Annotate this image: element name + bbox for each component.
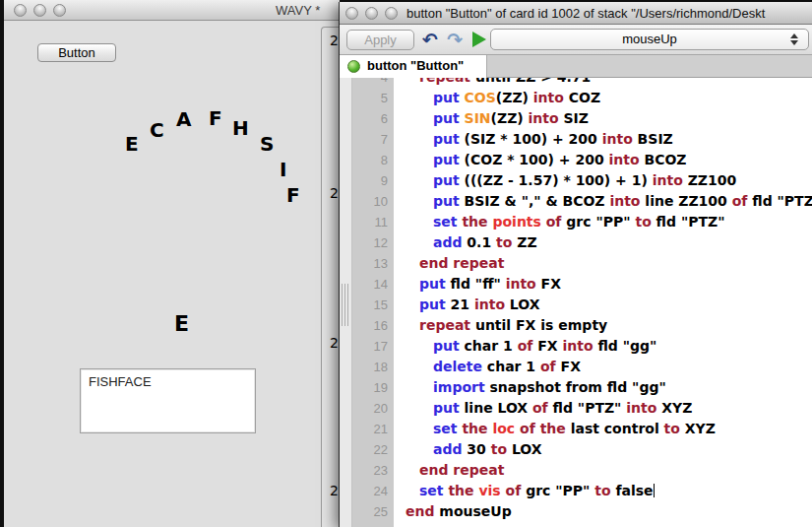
- code-text[interactable]: add 0.1 to ZZ: [394, 232, 812, 253]
- line-number: 10: [352, 191, 394, 212]
- code-line[interactable]: 14put fld "ff" into FX: [352, 274, 812, 295]
- run-icon[interactable]: [472, 32, 486, 47]
- window-title: button "Button" of card id 1002 of stack…: [406, 6, 812, 21]
- points-field-line: 2: [330, 33, 339, 48]
- code-line[interactable]: 15put 21 into LOX: [352, 295, 812, 315]
- wavy-titlebar[interactable]: WAVY *: [4, 0, 340, 21]
- code-line[interactable]: 8put (COZ * 100) + 200 into BCOZ: [352, 150, 812, 170]
- code-line[interactable]: 18delete char 1 of FX: [352, 357, 812, 377]
- code-text[interactable]: put (COZ * 100) + 200 into BCOZ: [394, 150, 812, 170]
- line-number: 8: [352, 150, 394, 170]
- stack-button[interactable]: Button: [37, 43, 116, 62]
- zoom-icon[interactable]: [53, 4, 66, 17]
- code-line[interactable]: 17put char 1 of FX into fld "gg": [352, 336, 812, 357]
- code-line[interactable]: 6put SIN(ZZ) into SIZ: [352, 108, 812, 129]
- letter-snapshot[interactable]: A: [176, 109, 191, 129]
- minimize-icon[interactable]: [33, 4, 46, 17]
- code-line[interactable]: 20put line LOX of fld "PTZ" into XYZ: [352, 398, 812, 419]
- code-text[interactable]: repeat until FX is empty: [394, 315, 812, 336]
- moving-letter-snapshot[interactable]: E: [174, 313, 189, 335]
- script-editor-window: button "Button" of card id 1002 of stack…: [340, 2, 812, 527]
- wavy-stack-window: WAVY * Button ECAFHSIF E FISHFACE 2222: [4, 0, 340, 527]
- letter-snapshot[interactable]: C: [150, 120, 164, 140]
- line-number: 22: [352, 439, 394, 460]
- apply-button[interactable]: Apply: [346, 30, 414, 50]
- code-text[interactable]: repeat until ZZ > 4.71: [394, 78, 812, 88]
- letter-snapshot[interactable]: F: [209, 108, 222, 128]
- line-number: 14: [352, 274, 394, 295]
- code-text[interactable]: set the loc of the last control to XYZ: [394, 419, 812, 439]
- handler-selector-dropdown[interactable]: mouseUp: [490, 29, 809, 50]
- code-text[interactable]: put (SIZ * 100) + 200 into BSIZ: [394, 129, 812, 150]
- code-line[interactable]: 10put BSIZ & "," & BCOZ into line ZZ100 …: [352, 191, 812, 212]
- stepper-icon: [790, 33, 798, 45]
- close-icon[interactable]: [345, 7, 358, 20]
- code-line[interactable]: 22add 30 to LOX: [352, 439, 812, 460]
- code-line[interactable]: 21set the loc of the last control to XYZ: [352, 419, 812, 439]
- code-text[interactable]: delete char 1 of FX: [394, 357, 812, 377]
- code-text[interactable]: put (((ZZ - 1.57) * 100) + 1) into ZZ100: [394, 170, 812, 191]
- tab-button-Button[interactable]: button "Button": [340, 55, 487, 78]
- code-text[interactable]: import snapshot from fld "gg": [394, 377, 812, 398]
- undo-icon[interactable]: ↶: [422, 27, 438, 52]
- code-text[interactable]: add 30 to LOX: [394, 439, 812, 460]
- line-number: 12: [352, 232, 394, 253]
- line-number: 20: [352, 398, 394, 419]
- line-number: 17: [352, 336, 394, 357]
- code-line[interactable]: 9put (((ZZ - 1.57) * 100) + 1) into ZZ10…: [352, 170, 812, 191]
- code-text[interactable]: set the vis of grc "PP" to false: [394, 481, 812, 501]
- code-text[interactable]: put BSIZ & "," & BCOZ into line ZZ100 of…: [394, 191, 812, 212]
- script-editor-titlebar[interactable]: button "Button" of card id 1002 of stack…: [340, 2, 812, 25]
- letter-snapshot[interactable]: H: [232, 118, 249, 138]
- letter-snapshot[interactable]: F: [286, 185, 300, 205]
- code-text[interactable]: put SIN(ZZ) into SIZ: [394, 108, 812, 129]
- code-line[interactable]: 24set the vis of grc "PP" to false: [352, 481, 812, 501]
- code-text[interactable]: put char 1 of FX into fld "gg": [394, 336, 812, 357]
- letter-snapshot[interactable]: E: [125, 134, 139, 154]
- code-line-filler: [352, 522, 812, 527]
- handler-selector-value: mouseUp: [622, 32, 677, 46]
- script-tab-bar: button "Button": [340, 55, 812, 78]
- points-field-line: 2: [330, 484, 339, 498]
- code-line[interactable]: 4repeat until ZZ > 4.71: [352, 78, 812, 88]
- code-line[interactable]: 11set the points of grc "PP" to fld "PTZ…: [352, 212, 812, 232]
- code-text[interactable]: end mouseUp: [394, 501, 812, 522]
- code-line[interactable]: 19import snapshot from fld "gg": [352, 377, 812, 398]
- close-icon[interactable]: [14, 4, 27, 17]
- line-number: 11: [352, 212, 394, 232]
- redo-icon[interactable]: ↷: [447, 27, 463, 52]
- code-text[interactable]: put line LOX of fld "PTZ" into XYZ: [394, 398, 812, 419]
- code-line[interactable]: 23end repeat: [352, 460, 812, 481]
- ptz-points-field[interactable]: 2222: [321, 27, 340, 527]
- code-line[interactable]: 12add 0.1 to ZZ: [352, 232, 812, 253]
- ff-text-field[interactable]: FISHFACE: [80, 368, 256, 433]
- code-text[interactable]: end repeat: [394, 253, 812, 274]
- line-number: 21: [352, 419, 394, 439]
- zoom-icon[interactable]: [385, 7, 398, 20]
- code-line[interactable]: 5put COS(ZZ) into COZ: [352, 88, 812, 108]
- line-number: 6: [352, 108, 394, 129]
- line-number: 18: [352, 357, 394, 377]
- script-editor-toolbar: Apply ↶ ↷ mouseUp: [340, 25, 812, 55]
- code-text[interactable]: put 21 into LOX: [394, 295, 812, 315]
- code-text[interactable]: put fld "ff" into FX: [394, 274, 812, 295]
- sidebar-grip-handle[interactable]: [342, 284, 350, 326]
- letter-snapshot[interactable]: I: [280, 160, 286, 179]
- minimize-icon[interactable]: [365, 7, 378, 20]
- code-text[interactable]: put COS(ZZ) into COZ: [394, 88, 812, 108]
- line-number: 19: [352, 377, 394, 398]
- line-number: 9: [352, 170, 394, 191]
- script-code-area[interactable]: 4repeat until ZZ > 4.715put COS(ZZ) into…: [340, 78, 812, 527]
- code-line[interactable]: 13end repeat: [352, 253, 812, 274]
- letter-snapshot[interactable]: S: [260, 134, 274, 154]
- line-number: 25: [352, 501, 394, 522]
- code-text[interactable]: set the points of grc "PP" to fld "PTZ": [394, 212, 812, 232]
- code-line[interactable]: 16repeat until FX is empty: [352, 315, 812, 336]
- code-line[interactable]: 7put (SIZ * 100) + 200 into BSIZ: [352, 129, 812, 150]
- sidebar-collapse-strip: [340, 78, 352, 527]
- line-number: 16: [352, 315, 394, 336]
- line-number: 23: [352, 460, 394, 481]
- text-cursor: [654, 484, 655, 497]
- code-line[interactable]: 25end mouseUp: [352, 501, 812, 522]
- code-text[interactable]: end repeat: [394, 460, 812, 481]
